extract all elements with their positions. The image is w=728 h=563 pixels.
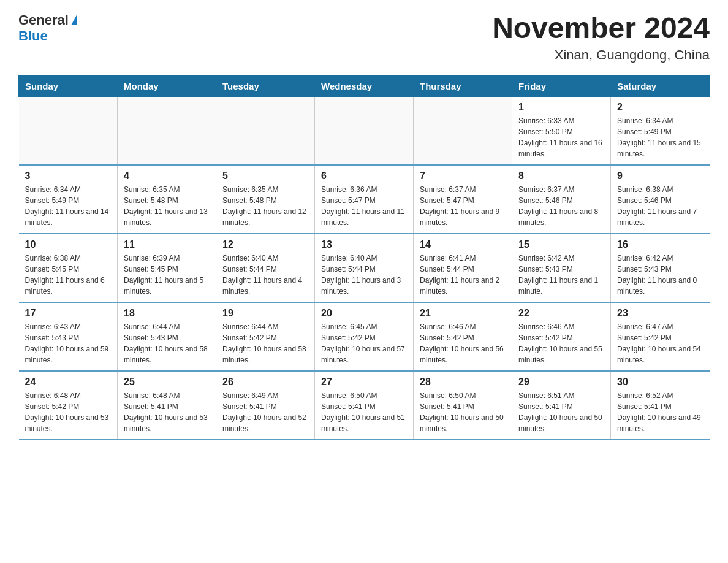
logo-general-text: General [18, 12, 69, 28]
day-info: Sunrise: 6:51 AMSunset: 5:41 PMDaylight:… [518, 390, 604, 434]
day-number: 2 [617, 102, 703, 113]
calendar-cell: 28Sunrise: 6:50 AMSunset: 5:41 PMDayligh… [414, 371, 512, 440]
day-number: 21 [420, 308, 506, 319]
day-number: 28 [420, 377, 506, 388]
calendar-cell: 25Sunrise: 6:48 AMSunset: 5:41 PMDayligh… [118, 371, 216, 440]
calendar-cell: 20Sunrise: 6:45 AMSunset: 5:42 PMDayligh… [315, 302, 414, 371]
day-number: 24 [25, 377, 112, 388]
day-number: 15 [518, 239, 604, 250]
day-number: 26 [222, 377, 308, 388]
day-info: Sunrise: 6:37 AMSunset: 5:46 PMDaylight:… [518, 184, 604, 228]
weekday-header-row: SundayMondayTuesdayWednesdayThursdayFrid… [19, 75, 710, 96]
weekday-header-tuesday: Tuesday [216, 75, 315, 96]
calendar-cell: 3Sunrise: 6:34 AMSunset: 5:49 PMDaylight… [19, 165, 118, 234]
day-number: 10 [25, 239, 112, 250]
day-info: Sunrise: 6:43 AMSunset: 5:43 PMDaylight:… [25, 321, 112, 366]
day-number: 3 [25, 170, 112, 182]
calendar-cell: 2Sunrise: 6:34 AMSunset: 5:49 PMDaylight… [611, 96, 710, 165]
calendar-cell: 15Sunrise: 6:42 AMSunset: 5:43 PMDayligh… [512, 234, 611, 302]
calendar-cell: 6Sunrise: 6:36 AMSunset: 5:47 PMDaylight… [315, 165, 414, 234]
day-info: Sunrise: 6:44 AMSunset: 5:42 PMDaylight:… [222, 321, 308, 366]
logo-blue-text: Blue [18, 28, 48, 44]
title-area: November 2024 Xinan, Guangdong, China [492, 12, 710, 63]
page-header: General Blue November 2024 Xinan, Guangd… [18, 12, 710, 63]
day-number: 4 [124, 170, 210, 182]
day-number: 25 [124, 377, 210, 388]
day-info: Sunrise: 6:41 AMSunset: 5:44 PMDaylight:… [420, 253, 506, 297]
day-number: 5 [222, 170, 308, 182]
calendar-cell [414, 96, 512, 165]
day-info: Sunrise: 6:50 AMSunset: 5:41 PMDaylight:… [420, 390, 506, 434]
day-number: 12 [222, 239, 308, 250]
weekday-header-friday: Friday [512, 75, 611, 96]
calendar-cell: 5Sunrise: 6:35 AMSunset: 5:48 PMDaylight… [216, 165, 315, 234]
day-number: 7 [420, 170, 506, 182]
day-number: 8 [518, 170, 604, 182]
weekday-header-sunday: Sunday [19, 75, 118, 96]
day-info: Sunrise: 6:37 AMSunset: 5:47 PMDaylight:… [420, 184, 506, 228]
location-title: Xinan, Guangdong, China [492, 47, 710, 63]
calendar-cell: 27Sunrise: 6:50 AMSunset: 5:41 PMDayligh… [315, 371, 414, 440]
calendar-cell [19, 96, 118, 165]
day-number: 22 [518, 308, 604, 319]
day-info: Sunrise: 6:40 AMSunset: 5:44 PMDaylight:… [222, 253, 308, 297]
day-number: 9 [617, 170, 703, 182]
day-info: Sunrise: 6:38 AMSunset: 5:45 PMDaylight:… [25, 253, 112, 297]
calendar-cell: 13Sunrise: 6:40 AMSunset: 5:44 PMDayligh… [315, 234, 414, 302]
day-info: Sunrise: 6:48 AMSunset: 5:42 PMDaylight:… [25, 390, 112, 434]
day-number: 27 [321, 377, 407, 388]
day-info: Sunrise: 6:44 AMSunset: 5:43 PMDaylight:… [124, 321, 210, 366]
day-number: 14 [420, 239, 506, 250]
calendar-cell: 29Sunrise: 6:51 AMSunset: 5:41 PMDayligh… [512, 371, 611, 440]
day-number: 18 [124, 308, 210, 319]
weekday-header-wednesday: Wednesday [315, 75, 414, 96]
calendar-week-row: 3Sunrise: 6:34 AMSunset: 5:49 PMDaylight… [19, 165, 710, 234]
day-number: 23 [617, 308, 703, 319]
weekday-header-thursday: Thursday [414, 75, 512, 96]
day-info: Sunrise: 6:48 AMSunset: 5:41 PMDaylight:… [124, 390, 210, 434]
day-info: Sunrise: 6:52 AMSunset: 5:41 PMDaylight:… [617, 390, 703, 434]
day-info: Sunrise: 6:50 AMSunset: 5:41 PMDaylight:… [321, 390, 407, 434]
day-info: Sunrise: 6:47 AMSunset: 5:42 PMDaylight:… [617, 321, 703, 366]
calendar-cell: 21Sunrise: 6:46 AMSunset: 5:42 PMDayligh… [414, 302, 512, 371]
calendar-cell: 1Sunrise: 6:33 AMSunset: 5:50 PMDaylight… [512, 96, 611, 165]
day-number: 11 [124, 239, 210, 250]
calendar-week-row: 17Sunrise: 6:43 AMSunset: 5:43 PMDayligh… [19, 302, 710, 371]
calendar-cell: 10Sunrise: 6:38 AMSunset: 5:45 PMDayligh… [19, 234, 118, 302]
calendar-cell [216, 96, 315, 165]
day-info: Sunrise: 6:42 AMSunset: 5:43 PMDaylight:… [617, 253, 703, 297]
day-info: Sunrise: 6:38 AMSunset: 5:46 PMDaylight:… [617, 184, 703, 228]
calendar-cell: 22Sunrise: 6:46 AMSunset: 5:42 PMDayligh… [512, 302, 611, 371]
logo: General Blue [18, 12, 77, 44]
calendar-cell: 14Sunrise: 6:41 AMSunset: 5:44 PMDayligh… [414, 234, 512, 302]
day-info: Sunrise: 6:46 AMSunset: 5:42 PMDaylight:… [420, 321, 506, 366]
weekday-header-monday: Monday [118, 75, 216, 96]
calendar-week-row: 1Sunrise: 6:33 AMSunset: 5:50 PMDaylight… [19, 96, 710, 165]
calendar-week-row: 10Sunrise: 6:38 AMSunset: 5:45 PMDayligh… [19, 234, 710, 302]
calendar-cell: 24Sunrise: 6:48 AMSunset: 5:42 PMDayligh… [19, 371, 118, 440]
calendar-table: SundayMondayTuesdayWednesdayThursdayFrid… [18, 75, 710, 440]
weekday-header-saturday: Saturday [611, 75, 710, 96]
calendar-cell: 19Sunrise: 6:44 AMSunset: 5:42 PMDayligh… [216, 302, 315, 371]
day-info: Sunrise: 6:33 AMSunset: 5:50 PMDaylight:… [518, 115, 604, 159]
calendar-cell: 12Sunrise: 6:40 AMSunset: 5:44 PMDayligh… [216, 234, 315, 302]
day-number: 16 [617, 239, 703, 250]
day-info: Sunrise: 6:45 AMSunset: 5:42 PMDaylight:… [321, 321, 407, 366]
calendar-cell: 18Sunrise: 6:44 AMSunset: 5:43 PMDayligh… [118, 302, 216, 371]
day-number: 30 [617, 377, 703, 388]
day-info: Sunrise: 6:46 AMSunset: 5:42 PMDaylight:… [518, 321, 604, 366]
month-title: November 2024 [492, 12, 710, 45]
calendar-cell: 30Sunrise: 6:52 AMSunset: 5:41 PMDayligh… [611, 371, 710, 440]
day-number: 13 [321, 239, 407, 250]
day-info: Sunrise: 6:35 AMSunset: 5:48 PMDaylight:… [124, 184, 210, 228]
day-info: Sunrise: 6:34 AMSunset: 5:49 PMDaylight:… [617, 115, 703, 159]
day-info: Sunrise: 6:34 AMSunset: 5:49 PMDaylight:… [25, 184, 112, 228]
calendar-cell: 4Sunrise: 6:35 AMSunset: 5:48 PMDaylight… [118, 165, 216, 234]
calendar-cell [315, 96, 414, 165]
day-info: Sunrise: 6:40 AMSunset: 5:44 PMDaylight:… [321, 253, 407, 297]
day-number: 19 [222, 308, 308, 319]
day-number: 20 [321, 308, 407, 319]
calendar-cell: 26Sunrise: 6:49 AMSunset: 5:41 PMDayligh… [216, 371, 315, 440]
calendar-cell: 23Sunrise: 6:47 AMSunset: 5:42 PMDayligh… [611, 302, 710, 371]
day-info: Sunrise: 6:42 AMSunset: 5:43 PMDaylight:… [518, 253, 604, 297]
